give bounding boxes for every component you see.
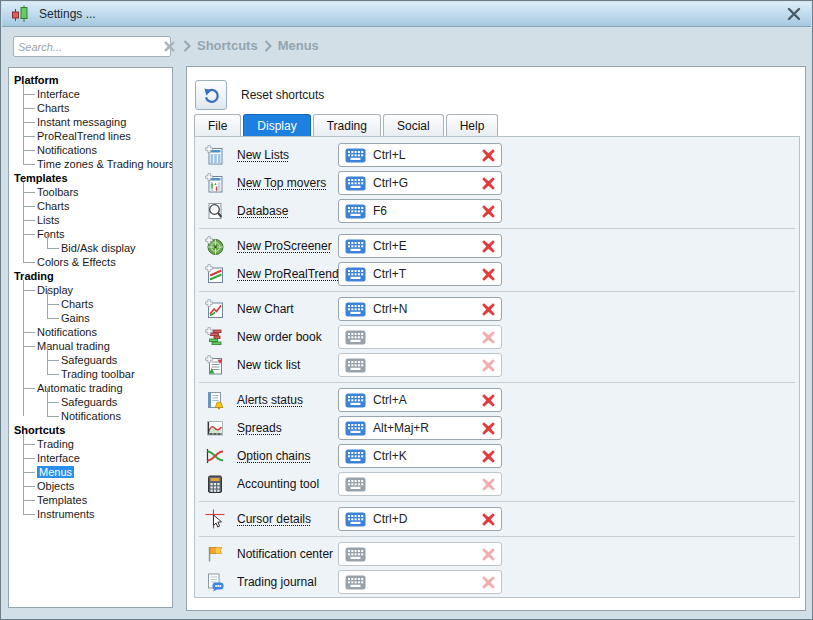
- tree-item-templates-toolbars[interactable]: Toolbars: [23, 185, 170, 199]
- delete-shortcut-icon[interactable]: [482, 478, 495, 491]
- option-chains-icon: [205, 446, 225, 466]
- tree-item-shortcuts-objects[interactable]: Objects: [23, 479, 170, 493]
- chevron-right-icon: [264, 40, 272, 52]
- close-icon[interactable]: [786, 6, 802, 22]
- shortcut-field[interactable]: Ctrl+A: [338, 388, 502, 412]
- alerts-status-icon: [205, 390, 225, 410]
- delete-shortcut-icon[interactable]: [482, 422, 495, 435]
- group-separator: [199, 501, 795, 502]
- tree-item-trading-notifications[interactable]: Notifications: [23, 409, 170, 423]
- shortcut-row-trading-journal: Trading journal: [195, 568, 799, 596]
- delete-shortcut-icon[interactable]: [482, 149, 495, 162]
- tree-item-platform-time-zones-trading-hours[interactable]: Time zones & Trading hours: [23, 157, 170, 171]
- search-input[interactable]: [14, 38, 164, 55]
- shortcut-field[interactable]: [338, 325, 502, 349]
- shortcut-label[interactable]: Database: [237, 204, 288, 218]
- tree-item-shortcuts-interface[interactable]: Interface: [23, 451, 170, 465]
- delete-shortcut-icon[interactable]: [482, 268, 495, 281]
- tab-trading[interactable]: Trading: [313, 114, 381, 137]
- tree-item-platform-interface[interactable]: Interface: [23, 87, 170, 101]
- tree-item-trading-charts[interactable]: Charts: [23, 297, 170, 311]
- tree-item-trading-safeguards[interactable]: Safeguards: [23, 353, 170, 367]
- tree-item-shortcuts-menus[interactable]: Menus: [23, 465, 170, 479]
- tab-file[interactable]: File: [194, 114, 241, 137]
- tab-display[interactable]: Display: [243, 114, 310, 137]
- tree-item-trading-gains[interactable]: Gains: [23, 311, 170, 325]
- delete-shortcut-icon[interactable]: [482, 331, 495, 344]
- reset-shortcuts-label: Reset shortcuts: [241, 88, 324, 102]
- shortcut-value: Ctrl+D: [373, 512, 407, 526]
- shortcut-row-accounting-tool: Accounting tool: [195, 470, 799, 498]
- keyboard-icon: [345, 477, 366, 492]
- shortcut-row-new-tick-list: New tick list: [195, 351, 799, 379]
- shortcut-label[interactable]: New Top movers: [237, 176, 326, 190]
- breadcrumb-shortcuts[interactable]: Shortcuts: [197, 38, 258, 53]
- tree-item-trading-manual-trading[interactable]: Manual trading: [23, 339, 170, 353]
- tree-item-templates-fonts[interactable]: Fonts: [23, 227, 170, 241]
- tab-help[interactable]: Help: [446, 114, 499, 137]
- tab-social[interactable]: Social: [383, 114, 444, 137]
- search-clear-icon[interactable]: [164, 41, 175, 52]
- shortcut-field[interactable]: [338, 353, 502, 377]
- toolbar: Shortcuts Menus: [1, 28, 812, 64]
- delete-shortcut-icon[interactable]: [482, 450, 495, 463]
- tree-item-trading-safeguards[interactable]: Safeguards: [23, 395, 170, 409]
- shortcut-field[interactable]: [338, 570, 502, 594]
- delete-shortcut-icon[interactable]: [482, 240, 495, 253]
- tree-item-platform-notifications[interactable]: Notifications: [23, 143, 170, 157]
- tree-item-templates-bid-ask-display[interactable]: Bid/Ask display: [23, 241, 170, 255]
- tree-item-trading-trading-toolbar[interactable]: Trading toolbar: [23, 367, 170, 381]
- tree-item-shortcuts-templates[interactable]: Templates: [23, 493, 170, 507]
- shortcut-label[interactable]: Spreads: [237, 421, 282, 435]
- shortcut-label[interactable]: New Lists: [237, 148, 289, 162]
- delete-shortcut-icon[interactable]: [482, 205, 495, 218]
- tree-item-platform-charts[interactable]: Charts: [23, 101, 170, 115]
- shortcut-field[interactable]: Ctrl+N: [338, 297, 502, 321]
- shortcut-field[interactable]: [338, 542, 502, 566]
- delete-shortcut-icon[interactable]: [482, 548, 495, 561]
- shortcut-field[interactable]: Ctrl+L: [338, 143, 502, 167]
- tree-item-templates-lists[interactable]: Lists: [23, 213, 170, 227]
- tree-item-trading-notifications[interactable]: Notifications: [23, 325, 170, 339]
- tree-section-trading: Trading: [14, 269, 170, 283]
- tree-item-platform-prorealtrend-lines[interactable]: ProRealTrend lines: [23, 129, 170, 143]
- shortcut-field[interactable]: [338, 472, 502, 496]
- tree-item-templates-colors-effects[interactable]: Colors & Effects: [23, 255, 170, 269]
- shortcut-field[interactable]: Ctrl+K: [338, 444, 502, 468]
- shortcut-value: Ctrl+N: [373, 302, 407, 316]
- keyboard-icon: [345, 547, 366, 562]
- delete-shortcut-icon[interactable]: [482, 177, 495, 190]
- shortcut-label: New Chart: [237, 302, 294, 316]
- shortcut-field[interactable]: Ctrl+D: [338, 507, 502, 531]
- shortcut-field[interactable]: F6: [338, 199, 502, 223]
- keyboard-icon: [345, 421, 366, 436]
- tree-item-templates-charts[interactable]: Charts: [23, 199, 170, 213]
- tree-item-trading-display[interactable]: Display: [23, 283, 170, 297]
- shortcut-field[interactable]: Ctrl+E: [338, 234, 502, 258]
- settings-dialog: Settings ... Shortcuts Menus PlatformInt…: [0, 0, 813, 620]
- delete-shortcut-icon[interactable]: [482, 359, 495, 372]
- shortcut-label[interactable]: New ProRealTrend: [237, 267, 339, 281]
- delete-shortcut-icon[interactable]: [482, 394, 495, 407]
- shortcut-field[interactable]: Ctrl+T: [338, 262, 502, 286]
- delete-shortcut-icon[interactable]: [482, 576, 495, 589]
- shortcut-field[interactable]: Ctrl+G: [338, 171, 502, 195]
- shortcut-label: Accounting tool: [237, 477, 319, 491]
- shortcut-label[interactable]: Alerts status: [237, 393, 303, 407]
- tree-item-platform-instant-messaging[interactable]: Instant messaging: [23, 115, 170, 129]
- delete-shortcut-icon[interactable]: [482, 303, 495, 316]
- breadcrumb-menus[interactable]: Menus: [278, 38, 319, 53]
- shortcut-label[interactable]: New ProScreener: [237, 239, 332, 253]
- delete-shortcut-icon[interactable]: [482, 513, 495, 526]
- shortcut-label[interactable]: Option chains: [237, 449, 310, 463]
- shortcut-field[interactable]: Alt+Maj+R: [338, 416, 502, 440]
- keyboard-icon: [345, 358, 366, 373]
- reset-shortcuts-button[interactable]: [195, 80, 227, 110]
- notification-center-icon: [205, 544, 225, 564]
- tree-item-shortcuts-trading[interactable]: Trading: [23, 437, 170, 451]
- shortcut-label[interactable]: Cursor details: [237, 512, 311, 526]
- keyboard-icon: [345, 575, 366, 590]
- tree-item-shortcuts-instruments[interactable]: Instruments: [23, 507, 170, 521]
- undo-arrow-icon: [203, 87, 220, 104]
- tree-item-trading-automatic-trading[interactable]: Automatic trading: [23, 381, 170, 395]
